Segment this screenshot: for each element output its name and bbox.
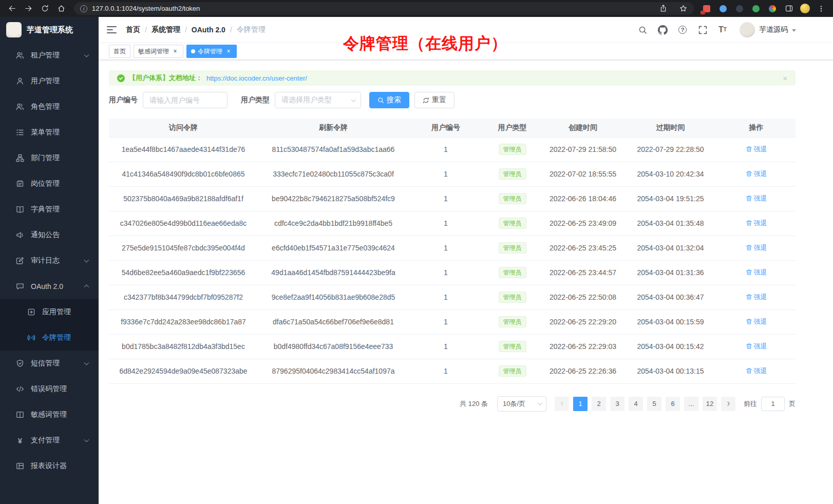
page-button-12[interactable]: 12 xyxy=(703,397,717,411)
sidebar-item-dict[interactable]: 字典管理 xyxy=(0,197,99,222)
table-row: f9336e7c7dd242a283ee98dc86b17a87dfa6c71a… xyxy=(109,309,796,334)
extension-green-button[interactable] xyxy=(748,2,764,15)
user-type-cell: 管理员 xyxy=(483,236,542,260)
sidebar-item-sms[interactable]: 短信管理 xyxy=(0,351,99,376)
github-button[interactable] xyxy=(657,25,668,35)
access-token-cell: 6d842e2924594de9a09e45e087323abe xyxy=(109,359,258,383)
force-logout-button[interactable]: 强退 xyxy=(746,169,767,179)
breadcrumb-item-home[interactable]: 首页 xyxy=(126,25,140,34)
browser-menu-button[interactable] xyxy=(813,2,829,15)
help-button[interactable]: ? xyxy=(677,25,688,35)
close-icon[interactable]: × xyxy=(783,74,787,82)
sidebar-item-label: 错误码管理 xyxy=(31,384,67,394)
sidebar-item-report-designer[interactable]: 报表设计器 xyxy=(0,453,99,479)
trash-icon xyxy=(746,170,752,177)
force-logout-button[interactable]: 强退 xyxy=(746,219,767,228)
sidebar-nav: 租户管理用户管理角色管理菜单管理部门管理岗位管理字典管理通知公告审计日志OAut… xyxy=(0,43,99,504)
sidebar-item-role[interactable]: 角色管理 xyxy=(0,94,99,120)
force-logout-button[interactable]: 强退 xyxy=(746,293,767,302)
extension-adblock-button[interactable] xyxy=(699,2,714,15)
sidebar-item-pay[interactable]: ¥支付管理 xyxy=(0,428,99,453)
user-type-select[interactable]: 请选择用户类型 xyxy=(275,92,361,108)
home-button[interactable] xyxy=(53,2,69,15)
sidebar-item-oauth2-app[interactable]: 应用管理 xyxy=(0,299,99,325)
browser-profile-avatar[interactable] xyxy=(800,4,810,13)
info-icon[interactable]: i xyxy=(80,5,87,12)
extension-multicolor-button[interactable] xyxy=(765,2,780,15)
fullscreen-button[interactable] xyxy=(697,25,708,35)
page-button-5[interactable]: 5 xyxy=(647,397,661,411)
column-header: 用户类型 xyxy=(483,119,542,137)
force-logout-button[interactable]: 强退 xyxy=(746,342,767,351)
force-logout-button[interactable]: 强退 xyxy=(746,145,767,154)
next-page-button[interactable] xyxy=(721,397,735,411)
tab-token[interactable]: 令牌管理× xyxy=(186,45,237,58)
extension-blue-button[interactable] xyxy=(715,2,731,15)
page-button-1[interactable]: 1 xyxy=(573,397,588,411)
close-icon[interactable]: × xyxy=(172,48,179,55)
header-search-button[interactable] xyxy=(637,25,648,35)
goto-page-input[interactable] xyxy=(761,397,785,411)
search-button[interactable]: 搜索 xyxy=(369,92,409,108)
breadcrumb-item-oauth2[interactable]: OAuth 2.0 xyxy=(192,26,225,34)
page-button-3[interactable]: 3 xyxy=(610,397,624,411)
side-panel-toggle[interactable] xyxy=(781,2,797,15)
alert-doc-link[interactable]: https://doc.iocoder.cn/user-center/ xyxy=(206,74,307,82)
app-logo[interactable]: 芋道管理系统 xyxy=(0,17,99,43)
sidebar-item-audit-log[interactable]: 审计日志 xyxy=(0,248,99,274)
force-logout-button[interactable]: 强退 xyxy=(746,317,767,326)
sidebar-item-error-code[interactable]: 错误码管理 xyxy=(0,376,99,402)
user-avatar xyxy=(740,22,755,37)
expire-time-cell: 2054-03-04 01:32:04 xyxy=(624,236,717,260)
user-type-badge: 管理员 xyxy=(499,168,526,180)
sidebar-item-label: 部门管理 xyxy=(31,153,60,163)
sidebar-item-tenant[interactable]: 租户管理 xyxy=(0,43,99,68)
page-button-2[interactable]: 2 xyxy=(592,397,606,411)
prev-page-button[interactable] xyxy=(555,397,569,411)
tab-home[interactable]: 首页 xyxy=(109,45,130,58)
user-id-input[interactable] xyxy=(143,92,228,108)
browser-extensions xyxy=(699,2,829,15)
book-icon xyxy=(15,205,25,214)
sidebar-item-oauth2[interactable]: OAuth 2.0 xyxy=(0,274,99,299)
force-logout-button[interactable]: 强退 xyxy=(746,194,767,203)
refresh-token-cell: 9ce8ef2aa9f14056b831ae9b608e28d5 xyxy=(258,285,409,309)
alert-text: 【用户体系】文档地址： xyxy=(129,73,202,83)
sidebar-item-sensitive-word[interactable]: 敏感词管理 xyxy=(0,402,99,428)
sidebar-item-user[interactable]: 用户管理 xyxy=(0,68,99,94)
user-id-cell: 1 xyxy=(409,359,483,383)
page-button-4[interactable]: 4 xyxy=(629,397,643,411)
share-button[interactable] xyxy=(655,2,671,15)
user-menu[interactable]: 芋道源码 xyxy=(740,22,796,37)
extension-dark-button[interactable] xyxy=(732,2,747,15)
close-icon[interactable]: × xyxy=(225,48,232,55)
page-more-button[interactable]: ... xyxy=(684,397,698,411)
page-button-6[interactable]: 6 xyxy=(666,397,680,411)
bookmark-button[interactable] xyxy=(675,2,691,15)
sidebar-item-oauth2-token[interactable]: 令牌管理 xyxy=(0,325,99,351)
sidebar-item-notice[interactable]: 通知公告 xyxy=(0,222,99,248)
sidebar-item-post[interactable]: 岗位管理 xyxy=(0,171,99,197)
create-time-cell: 2022-06-25 22:29:20 xyxy=(542,309,624,334)
sidebar-item-menu[interactable]: 菜单管理 xyxy=(0,120,99,145)
force-logout-button[interactable]: 强退 xyxy=(746,243,767,253)
forward-button[interactable] xyxy=(21,2,36,15)
sidebar-item-label: 用户管理 xyxy=(31,76,60,86)
page-size-select[interactable]: 10条/页 xyxy=(497,396,546,412)
font-size-button[interactable]: TT xyxy=(717,25,728,35)
page-size-value: 10条/页 xyxy=(503,399,525,409)
reload-button[interactable] xyxy=(37,2,52,15)
user-id-cell: 1 xyxy=(409,186,483,211)
column-header: 刷新令牌 xyxy=(258,119,409,137)
address-bar[interactable]: i 127.0.0.1:1024/system/oauth2/token xyxy=(74,2,694,15)
breadcrumb-item-system[interactable]: 系统管理 xyxy=(152,25,180,34)
tab-sensitive-word[interactable]: 敏感词管理× xyxy=(134,45,183,58)
user-type-placeholder: 请选择用户类型 xyxy=(281,95,332,105)
back-button[interactable] xyxy=(4,2,20,15)
sidebar-collapse-button[interactable] xyxy=(107,26,117,33)
force-logout-button[interactable]: 强退 xyxy=(746,366,767,376)
sidebar-item-dept[interactable]: 部门管理 xyxy=(0,145,99,171)
reset-button[interactable]: 重置 xyxy=(414,92,455,108)
force-logout-button[interactable]: 强退 xyxy=(746,268,767,277)
table-row: 275e5de9151045fe87cbdc395e004f4de6cfd40e… xyxy=(109,236,796,260)
